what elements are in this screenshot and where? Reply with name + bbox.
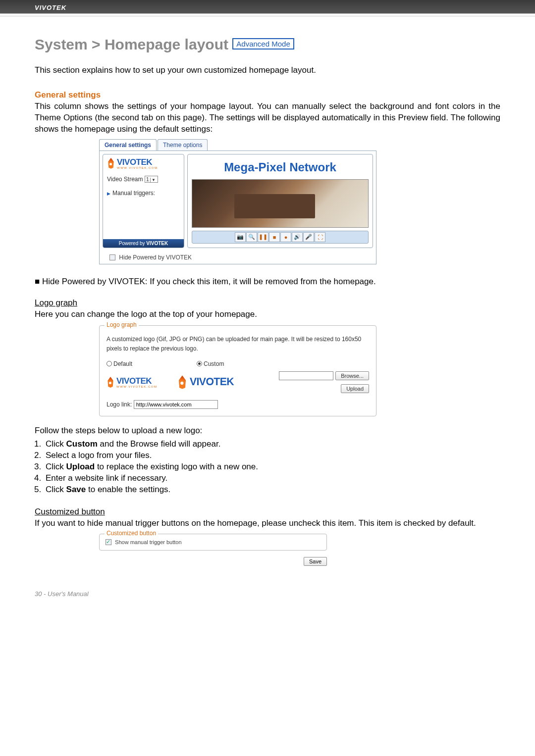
preview-main: Mega-Pixel Network 📷 🔍 ❚❚ ■ ● 🔊 🎤 ⛶ [187, 154, 373, 248]
snapshot-icon[interactable]: 📷 [235, 232, 246, 242]
steps-list: Click Custom and the Browse field will a… [44, 439, 500, 496]
custom-logo-preview: VIVOTEK [177, 375, 234, 389]
logo-graph-intro: Here you can change the logo at the top … [35, 309, 500, 320]
show-trigger-label: Show manual trigger button [115, 539, 182, 545]
powered-by-bar: Powered by VIVOTEK [103, 239, 184, 248]
hide-powered-label: Hide Powered by VIVOTEK [119, 254, 192, 261]
default-logo-preview: VIVOTEK WWW.VIVOTEK.COM [107, 376, 158, 388]
logo-graph-legend: Logo graph [105, 321, 139, 328]
browse-button[interactable]: Browse... [335, 371, 369, 380]
logo: VIVOTEK WWW.VIVOTEK.COM [107, 157, 158, 169]
logo-graph-heading: Logo graph [35, 298, 500, 309]
logo-link-row: Logo link: [107, 400, 369, 409]
preview-panel: General settings Theme options VIVOTEK W… [99, 139, 376, 264]
show-trigger-checkbox[interactable] [106, 539, 111, 545]
logo-link-label: Logo link: [107, 401, 132, 408]
logo-link-input[interactable] [134, 400, 218, 409]
radio-default[interactable]: Default [107, 360, 132, 367]
logo-text: VIVOTEK [117, 157, 158, 167]
logo-graph-panel: Logo graph A customized logo (Gif, JPG o… [99, 325, 376, 416]
customized-button-legend: Customized button [105, 530, 158, 537]
upload-button[interactable]: Upload [341, 384, 369, 393]
mic-icon[interactable]: 🎤 [303, 232, 314, 242]
record-icon[interactable]: ● [280, 232, 291, 242]
page-title: System > Homepage layout Advanced Mode [35, 36, 500, 53]
browse-field[interactable] [279, 371, 333, 380]
flame-icon [107, 377, 114, 388]
customized-button-heading: Customized button [35, 506, 500, 518]
hide-powered-note: ■ Hide Powered by VIVOTEK: If you check … [35, 276, 500, 288]
arrow-icon: ▶ [107, 191, 110, 196]
logo-subtext: WWW.VIVOTEK.COM [117, 166, 158, 169]
chevron-down-icon: ▼ [150, 178, 157, 182]
flame-icon [177, 375, 187, 389]
tab-theme-options[interactable]: Theme options [158, 139, 208, 151]
top-header: VIVOTEK [0, 0, 535, 14]
video-stream-select[interactable]: 1▼ [145, 176, 158, 183]
player-toolbar: 📷 🔍 ❚❚ ■ ● 🔊 🎤 ⛶ [192, 231, 369, 244]
brand-text: VIVOTEK [35, 4, 66, 11]
logo-graph-desc: A customized logo (Gif, JPG or PNG) can … [107, 335, 369, 353]
stop-icon[interactable]: ■ [269, 232, 280, 242]
banner-title: Mega-Pixel Network [192, 158, 369, 179]
zoom-icon[interactable]: 🔍 [246, 232, 257, 242]
intro-text: This section explains how to set up your… [35, 65, 500, 76]
video-stream-row: Video Stream 1▼ [107, 176, 180, 183]
fullscreen-icon[interactable]: ⛶ [315, 232, 325, 242]
volume-icon[interactable]: 🔊 [292, 232, 303, 242]
page-footer: 30 - User's Manual [35, 590, 500, 598]
general-settings-heading: General settings [35, 90, 500, 100]
general-settings-text: This column shows the settings of your h… [35, 101, 500, 135]
video-stream-label: Video Stream [107, 176, 143, 183]
save-button[interactable]: Save [304, 557, 327, 566]
breadcrumb: System > Homepage layout [35, 36, 228, 52]
advanced-mode-badge: Advanced Mode [232, 38, 294, 50]
customized-button-text: If you want to hide manual trigger butto… [35, 518, 500, 529]
steps-intro: Follow the steps below to upload a new l… [35, 425, 500, 437]
customized-button-panel: Customized button Show manual trigger bu… [99, 534, 327, 551]
hide-powered-checkbox[interactable] [109, 254, 115, 260]
camera-preview-image [192, 179, 369, 228]
tab-general-settings[interactable]: General settings [99, 139, 157, 151]
radio-custom[interactable]: Custom [197, 360, 224, 367]
pause-icon[interactable]: ❚❚ [258, 232, 268, 242]
preview-sidebar: VIVOTEK WWW.VIVOTEK.COM Video Stream 1▼ … [103, 154, 184, 248]
flame-icon [107, 158, 115, 169]
hide-powered-row: Hide Powered by VIVOTEK [109, 254, 373, 261]
manual-triggers-row[interactable]: ▶Manual triggers: [107, 190, 180, 197]
